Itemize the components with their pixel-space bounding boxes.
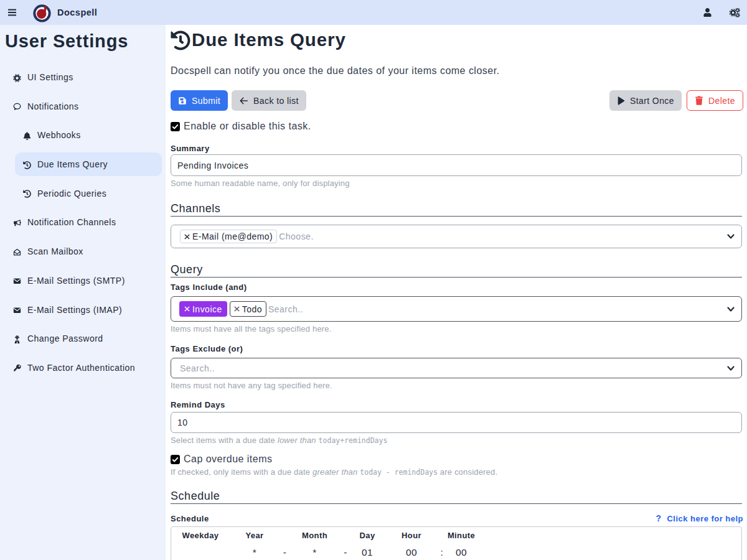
tags-exclude-label: Tags Exclude (or) <box>171 344 742 353</box>
sidebar-item-due-items-query[interactable]: Due Items Query <box>15 152 162 176</box>
back-to-list-label: Back to list <box>253 96 299 106</box>
bullhorn-icon <box>12 218 21 227</box>
sidebar-item-label: E-Mail Settings (SMTP) <box>27 276 125 286</box>
bell-icon <box>22 131 31 140</box>
sidebar-item-notification-channels[interactable]: Notification Channels <box>5 210 162 234</box>
channels-heading: Channels <box>171 201 742 216</box>
user-icon[interactable] <box>703 8 712 17</box>
arrow-left-icon <box>239 96 248 105</box>
tags-exclude-placeholder: Search.. <box>180 363 215 373</box>
remind-days-help: Select items with a due date lower than … <box>171 436 742 446</box>
col-separator <box>339 527 352 543</box>
sidebar-item-label: Two Factor Authentication <box>27 363 135 373</box>
sidebar-item-notifications[interactable]: Notifications <box>5 95 162 118</box>
tag-chip-todo[interactable]: Todo <box>230 301 266 317</box>
gears-icon[interactable] <box>729 8 740 17</box>
main-content: Due Items Query Docspell can notify you … <box>166 25 747 560</box>
enable-checkbox-label: Enable or disable this task. <box>184 121 311 132</box>
remove-icon[interactable] <box>234 306 240 312</box>
question-icon: ? <box>655 513 661 523</box>
col-day: Day <box>352 527 383 543</box>
summary-input[interactable]: Pending Invoices <box>171 154 742 176</box>
schedule-heading: Schedule <box>171 488 742 503</box>
start-once-button[interactable]: Start Once <box>609 90 682 111</box>
content-shell: User Settings UI Settings Notifications … <box>0 25 747 560</box>
sidebar-item-webhooks[interactable]: Webhooks <box>15 123 162 147</box>
tags-exclude-field: Tags Exclude (or) Search.. Items must no… <box>171 344 742 390</box>
back-to-list-button[interactable]: Back to list <box>232 90 306 111</box>
cap-overdue-row: Cap overdue items <box>171 454 742 465</box>
trash-icon <box>695 96 703 105</box>
history-icon <box>22 161 31 169</box>
tag-chip-invoice[interactable]: Invoice <box>179 301 227 317</box>
col-year: Year <box>230 527 280 543</box>
sidebar-item-two-factor[interactable]: Two Factor Authentication <box>5 356 162 380</box>
submit-button[interactable]: Submit <box>171 90 228 111</box>
sidebar-item-periodic-queries[interactable]: Periodic Queries <box>15 182 162 205</box>
remove-icon[interactable] <box>184 234 190 240</box>
sidebar-item-label: Notification Channels <box>27 217 116 227</box>
delete-button[interactable]: Delete <box>687 90 743 111</box>
page-description: Docspell can notify you once the due dat… <box>171 65 742 77</box>
tags-exclude-help: Items must not have any tag specified he… <box>171 381 742 390</box>
cap-overdue-help: If checked, only items with a due date g… <box>171 467 742 477</box>
envelope-icon <box>12 306 21 315</box>
col-month: Month <box>290 527 339 543</box>
page-title-text: Due Items Query <box>192 30 346 49</box>
cap-overdue-checkbox[interactable] <box>171 455 180 464</box>
sidebar-item-scan-mailbox[interactable]: Scan Mailbox <box>5 240 162 263</box>
tags-exclude-select[interactable]: Search.. <box>171 358 742 378</box>
table-value-row: * - * - 01 00 : 00 <box>171 543 479 558</box>
sidebar-nav: UI Settings Notifications Webhooks Due I… <box>0 65 166 380</box>
separator: - <box>339 543 352 558</box>
summary-field: Summary Pending Invoices Some human read… <box>171 144 742 188</box>
enable-checkbox[interactable] <box>171 122 180 131</box>
month-value[interactable]: * <box>290 543 339 558</box>
menu-icon[interactable] <box>8 8 16 17</box>
sidebar-item-label: Change Password <box>27 334 103 343</box>
delete-label: Delete <box>708 96 735 106</box>
sidebar-title: User Settings <box>5 31 166 52</box>
envelope-open-icon <box>12 248 21 256</box>
start-once-label: Start Once <box>630 96 674 106</box>
hour-value[interactable]: 00 <box>383 543 440 558</box>
tags-include-field: Tags Include (and) Invoice Todo Search..… <box>171 282 742 334</box>
remove-icon[interactable] <box>184 306 190 312</box>
sidebar: User Settings UI Settings Notifications … <box>0 25 166 560</box>
play-icon <box>617 96 625 105</box>
sidebar-item-label: Due Items Query <box>37 159 108 169</box>
schedule-label-row: Schedule ?Click here for help <box>171 513 742 523</box>
sidebar-item-change-password[interactable]: Change Password <box>5 327 162 350</box>
button-row: Submit Back to list Start Once Delete <box>171 90 742 111</box>
day-value[interactable]: 01 <box>352 543 383 558</box>
schedule-label: Schedule <box>171 514 209 523</box>
sidebar-item-email-imap[interactable]: E-Mail Settings (IMAP) <box>5 298 162 322</box>
chevron-down-icon <box>727 366 735 371</box>
sidebar-item-label: Webhooks <box>37 130 81 140</box>
remind-days-input[interactable]: 10 <box>171 412 742 433</box>
envelope-icon <box>12 277 21 286</box>
cog-icon <box>12 73 21 82</box>
key-icon <box>12 364 21 373</box>
check-icon <box>171 455 180 464</box>
sidebar-item-ui-settings[interactable]: UI Settings <box>5 65 162 89</box>
schedule-grid: Weekday Year Month Day Hour Minute * - *… <box>171 527 479 558</box>
topbar: Docspell <box>0 0 747 25</box>
weekday-value[interactable] <box>171 543 230 558</box>
tags-include-select[interactable]: Invoice Todo Search.. <box>171 296 742 322</box>
schedule-table: Weekday Year Month Day Hour Minute * - *… <box>171 526 742 560</box>
remind-days-field: Remind Days 10 Select items with a due d… <box>171 400 742 446</box>
channels-placeholder: Choose. <box>279 231 314 241</box>
summary-help: Some human readable name, only for displ… <box>171 179 742 188</box>
chevron-down-icon <box>727 307 735 312</box>
minute-value[interactable]: 00 <box>444 543 479 558</box>
check-icon <box>171 122 180 131</box>
year-value[interactable]: * <box>230 543 280 558</box>
channel-chip[interactable]: E-Mail (me@demo) <box>180 230 277 243</box>
sidebar-item-email-smtp[interactable]: E-Mail Settings (SMTP) <box>5 269 162 292</box>
query-divider <box>171 277 742 278</box>
summary-label: Summary <box>171 144 742 153</box>
brand-name[interactable]: Docspell <box>57 7 97 17</box>
channels-select[interactable]: E-Mail (me@demo) Choose. <box>171 225 742 248</box>
schedule-help-link[interactable]: ?Click here for help <box>655 513 743 523</box>
